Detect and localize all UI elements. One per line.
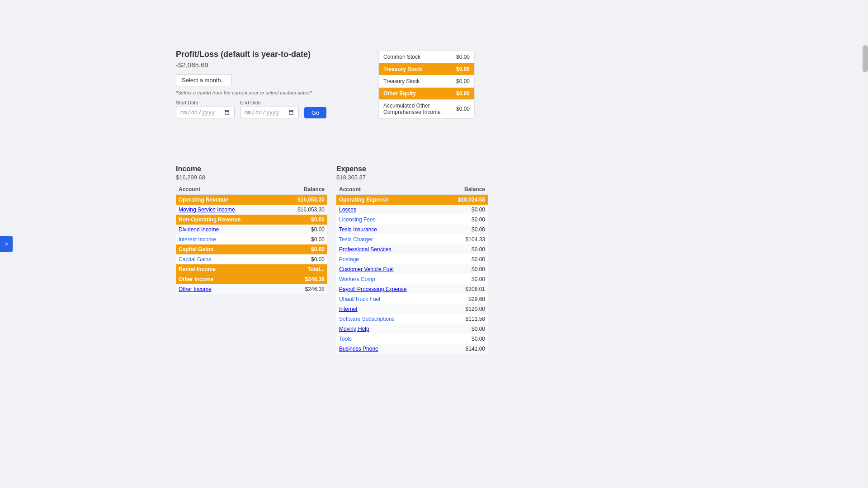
account-name[interactable]: Moving Service Income (176, 205, 278, 215)
account-link[interactable]: Tesla Charger (339, 236, 373, 243)
account-name[interactable]: Internet (336, 304, 441, 314)
account-link[interactable]: Professional Services (339, 246, 391, 253)
table-row[interactable]: Moving Service Income$16,053.30 (176, 205, 327, 215)
account-link[interactable]: Uhaul/Truck Fuel (339, 296, 380, 302)
table-row[interactable]: Dividend Income$0.00 (176, 225, 327, 235)
table-row[interactable]: Tesla Charger$104.33 (336, 235, 488, 244)
account-link[interactable]: Moving Service Income (179, 206, 235, 213)
account-balance: $0.00 (441, 225, 488, 235)
account-link[interactable]: Payroll Processing Expense (339, 286, 406, 292)
account-name: Operating Expense (336, 195, 441, 205)
sidebar-toggle-button[interactable]: > (0, 236, 13, 252)
table-row: Capital Gains$0.00 (176, 244, 327, 254)
account-balance: $18,024.58 (441, 195, 488, 205)
income-table: Account Balance Operating Revenue$16,053… (176, 184, 327, 294)
account-name[interactable]: Licensing Fees (336, 215, 441, 225)
account-name[interactable]: Losses (336, 205, 441, 215)
end-date-input[interactable] (240, 107, 299, 118)
expense-total: $18,365.37 (336, 174, 488, 181)
account-name[interactable]: Capital Gains (176, 254, 278, 264)
account-link[interactable]: Postage (339, 256, 359, 263)
account-name[interactable]: Moving Help (336, 324, 441, 334)
table-row[interactable]: Licensing Fees$0.00 (336, 215, 488, 225)
month-select-button[interactable]: Select a month... (176, 74, 232, 86)
hint-text: *Select a month from the current year or… (176, 90, 483, 95)
account-link[interactable]: Tools (339, 336, 352, 342)
expense-table: Account Balance Operating Expense$18,024… (336, 184, 488, 354)
table-row[interactable]: Internet$120.00 (336, 304, 488, 314)
account-balance: $120.00 (441, 304, 488, 314)
table-row[interactable]: Tools$0.00 (336, 334, 488, 344)
account-link[interactable]: Moving Help (339, 326, 369, 332)
account-link[interactable]: Workers Comp (339, 276, 375, 282)
table-row[interactable]: Business Phone$141.00 (336, 344, 488, 354)
account-name[interactable]: Business Phone (336, 344, 441, 354)
table-row[interactable]: Uhaul/Truck Fuel$29.68 (336, 294, 488, 304)
expense-section: Expense $18,365.37 Account Balance Opera… (336, 165, 488, 354)
account-balance: $0.00 (441, 254, 488, 264)
account-balance: $0.00 (278, 225, 327, 235)
account-name[interactable]: Tools (336, 334, 441, 344)
account-link[interactable]: Internet (339, 306, 358, 312)
table-row[interactable]: Payroll Processing Expense$308.01 (336, 284, 488, 294)
account-link[interactable]: Capital Gains (179, 256, 211, 263)
account-name[interactable]: Postage (336, 254, 441, 264)
account-balance: $111.58 (441, 314, 488, 324)
table-row[interactable]: Professional Services$0.00 (336, 244, 488, 254)
account-balance: $0.00 (441, 205, 488, 215)
account-link[interactable]: Dividend Income (179, 226, 219, 233)
account-name[interactable]: Tesla Charger (336, 235, 441, 244)
account-name[interactable]: Uhaul/Truck Fuel (336, 294, 441, 304)
account-link[interactable]: Losses (339, 206, 356, 213)
table-row[interactable]: Tesla Insurance$0.00 (336, 225, 488, 235)
account-name[interactable]: Tesla Insurance (336, 225, 441, 235)
account-balance: $308.01 (441, 284, 488, 294)
account-link[interactable]: Business Phone (339, 346, 378, 352)
account-link[interactable]: Customer Vehicle Fuel (339, 266, 394, 272)
table-row[interactable]: Losses$0.00 (336, 205, 488, 215)
account-name[interactable]: Payroll Processing Expense (336, 284, 441, 294)
table-row[interactable]: Software Subscriptions$111.58 (336, 314, 488, 324)
table-row[interactable]: Interest Income$0.00 (176, 235, 327, 244)
go-button[interactable]: Go (304, 107, 326, 118)
account-balance: $0.00 (441, 264, 488, 274)
account-balance: $16,053.30 (278, 195, 327, 205)
account-balance: $246.38 (278, 274, 327, 284)
account-name[interactable]: Professional Services (336, 244, 441, 254)
income-section: Income $16,299.68 Account Balance Operat… (176, 165, 327, 294)
table-row[interactable]: Capital Gains$0.00 (176, 254, 327, 264)
account-link[interactable]: Tesla Insurance (339, 226, 377, 233)
start-date-field: Start Date (176, 100, 235, 118)
account-balance: $16,053.30 (278, 205, 327, 215)
account-name[interactable]: Customer Vehicle Fuel (336, 264, 441, 274)
table-row: Other Income$246.38 (176, 274, 327, 284)
profit-loss-header: Profit/Loss (default is year-to-date) -$… (176, 50, 483, 127)
scrollbar-thumb[interactable] (863, 45, 868, 72)
account-link[interactable]: Licensing Fees (339, 216, 376, 223)
table-row[interactable]: Workers Comp$0.00 (336, 274, 488, 284)
table-row[interactable]: Customer Vehicle Fuel$0.00 (336, 264, 488, 274)
account-link[interactable]: Interest Income (179, 236, 216, 243)
account-link[interactable]: Other Income (179, 286, 212, 292)
account-balance: $0.00 (441, 324, 488, 334)
table-row[interactable]: Other Income$246.38 (176, 284, 327, 294)
account-name[interactable]: Other Income (176, 284, 278, 294)
table-row: Rental IncomeTotal... (176, 264, 327, 274)
account-name: Rental Income (176, 264, 278, 274)
table-row[interactable]: Postage$0.00 (336, 254, 488, 264)
account-balance: $29.68 (441, 294, 488, 304)
account-name[interactable]: Software Subscriptions (336, 314, 441, 324)
account-name[interactable]: Workers Comp (336, 274, 441, 284)
scrollbar[interactable] (863, 0, 868, 488)
account-name: Operating Revenue (176, 195, 278, 205)
table-row[interactable]: Moving Help$0.00 (336, 324, 488, 334)
end-date-field: End Date (240, 100, 299, 118)
account-name: Capital Gains (176, 244, 278, 254)
end-date-label: End Date (240, 100, 299, 105)
account-name[interactable]: Interest Income (176, 235, 278, 244)
account-balance: $141.00 (441, 344, 488, 354)
start-date-input[interactable] (176, 107, 235, 118)
account-name[interactable]: Dividend Income (176, 225, 278, 235)
expense-account-col: Account (336, 184, 441, 195)
account-link[interactable]: Software Subscriptions (339, 316, 395, 322)
